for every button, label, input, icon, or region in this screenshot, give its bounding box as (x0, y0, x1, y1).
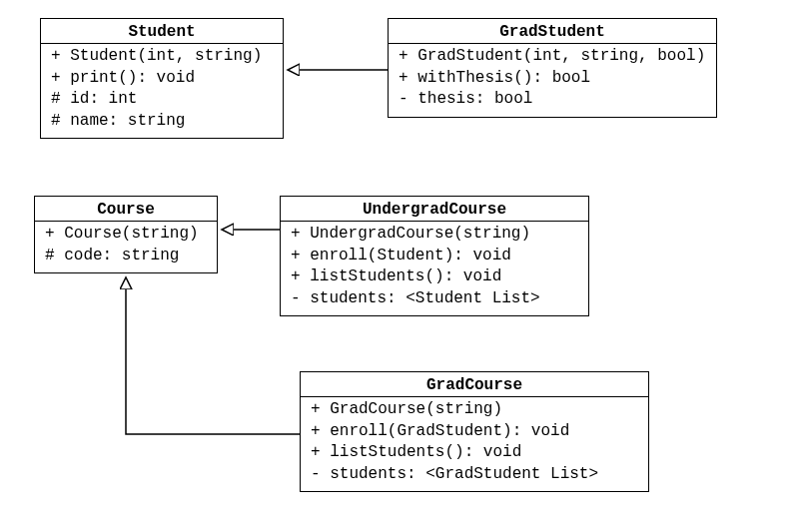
member: # id: int (51, 89, 277, 111)
member: + GradCourse(string) (311, 399, 642, 421)
uml-diagram: Student + Student(int, string) + print()… (0, 0, 812, 524)
class-gradstudent-title: GradStudent (389, 19, 716, 44)
class-student-body: + Student(int, string) + print(): void #… (41, 44, 283, 138)
member: + listStudents(): void (311, 442, 642, 464)
member: + print(): void (51, 68, 277, 90)
class-undergradcourse-body: + UndergradCourse(string) + enroll(Stude… (281, 222, 588, 315)
member: + GradStudent(int, string, bool) (399, 46, 710, 68)
class-gradcourse-title: GradCourse (301, 372, 648, 397)
inheritance-gradcourse-course (126, 277, 300, 434)
class-course: Course + Course(string) # code: string (34, 196, 218, 273)
member: # name: string (51, 111, 277, 133)
class-undergradcourse: UndergradCourse + UndergradCourse(string… (280, 196, 589, 316)
member: - students: <GradStudent List> (311, 464, 642, 486)
member: - students: <Student List> (291, 288, 582, 310)
class-student: Student + Student(int, string) + print()… (40, 18, 284, 139)
class-gradcourse: GradCourse + GradCourse(string) + enroll… (300, 371, 649, 492)
member: - thesis: bool (399, 89, 710, 111)
member: + Student(int, string) (51, 46, 277, 68)
member: + withThesis(): bool (399, 68, 710, 90)
class-undergradcourse-title: UndergradCourse (281, 197, 588, 222)
member: + enroll(GradStudent): void (311, 421, 642, 443)
class-gradcourse-body: + GradCourse(string) + enroll(GradStuden… (301, 397, 648, 491)
class-gradstudent-body: + GradStudent(int, string, bool) + withT… (389, 44, 716, 117)
class-gradstudent: GradStudent + GradStudent(int, string, b… (388, 18, 717, 118)
class-course-title: Course (35, 197, 217, 222)
member: # code: string (45, 246, 211, 267)
member: + listStudents(): void (291, 266, 582, 288)
class-course-body: + Course(string) # code: string (35, 222, 217, 272)
class-student-title: Student (41, 19, 283, 44)
member: + Course(string) (45, 224, 211, 246)
member: + UndergradCourse(string) (291, 224, 582, 246)
member: + enroll(Student): void (291, 246, 582, 267)
